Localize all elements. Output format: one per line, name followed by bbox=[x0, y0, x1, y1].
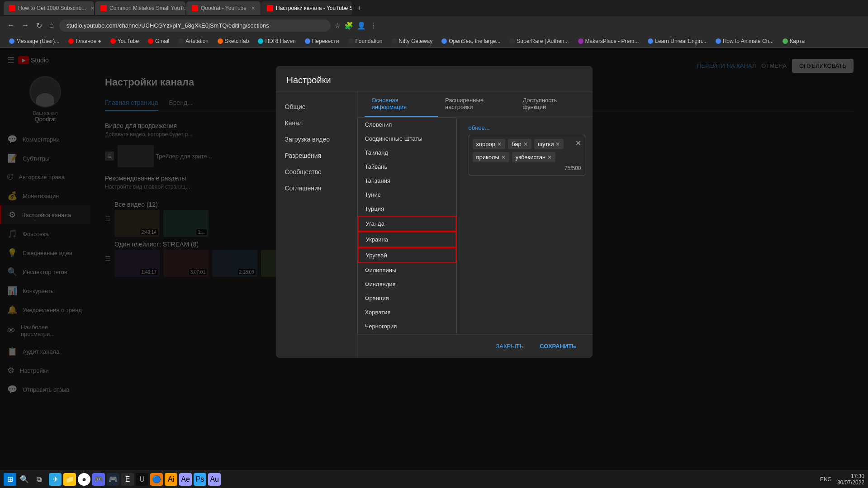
new-tab-button[interactable]: + bbox=[353, 2, 365, 14]
modal-nav-general[interactable]: Общие bbox=[276, 99, 357, 115]
tag-close-uzbekistan[interactable]: ✕ bbox=[547, 154, 552, 161]
back-button[interactable]: ← bbox=[5, 19, 16, 31]
country-item-finland[interactable]: Финляндия bbox=[358, 277, 456, 291]
bookmark-favicon bbox=[218, 38, 223, 44]
tab-2-favicon bbox=[100, 5, 107, 11]
bookmark-makersplace[interactable]: MakersPlace - Prem... bbox=[574, 37, 643, 45]
country-item-uganda[interactable]: Уганда bbox=[358, 216, 456, 232]
bookmark-opensea[interactable]: OpenSea, the large... bbox=[438, 37, 504, 45]
tab-3-close[interactable]: ✕ bbox=[251, 5, 255, 11]
taskbar-right: ENG 17:30 30/07/2022 bbox=[820, 473, 864, 486]
bookmark-nifty[interactable]: Nifty Gateway bbox=[388, 37, 436, 45]
modal-nav-channel[interactable]: Канал bbox=[276, 115, 357, 131]
taskbar-steam[interactable]: 🎮 bbox=[107, 473, 119, 486]
menu-icon[interactable]: ⋮ bbox=[370, 21, 377, 30]
reload-button[interactable]: ↻ bbox=[34, 19, 44, 32]
extension-icon[interactable]: 🧩 bbox=[344, 21, 353, 30]
taskbar-files[interactable]: 📁 bbox=[63, 473, 76, 486]
forward-button[interactable]: → bbox=[20, 19, 31, 31]
bookmark-message[interactable]: Message (User)... bbox=[5, 37, 63, 45]
tag-uzbekistan: узбекистан ✕ bbox=[512, 152, 556, 162]
modal-tab-basic[interactable]: Основная информация bbox=[365, 91, 438, 117]
bookmark-hdri[interactable]: HDRI Haven bbox=[254, 37, 299, 45]
tab-3[interactable]: Qoodrat - YouTube ✕ bbox=[186, 1, 261, 15]
modal-tab-features[interactable]: Доступность функций bbox=[515, 91, 585, 117]
taskbar-blender[interactable]: 🔵 bbox=[150, 473, 163, 486]
tag-prikolы: приколы ✕ bbox=[473, 152, 509, 162]
country-item-tanzania[interactable]: Танзания bbox=[358, 174, 456, 188]
modal-tab-advanced[interactable]: Расширенные настройки bbox=[438, 91, 515, 117]
country-item-montenegro[interactable]: Черногория bbox=[358, 319, 456, 333]
tag-label: узбекистан bbox=[516, 154, 546, 161]
modal-nav-community[interactable]: Сообщество bbox=[276, 164, 357, 180]
tag-jokes: шутки ✕ bbox=[534, 139, 564, 149]
modal-nav-permissions[interactable]: Разрешения bbox=[276, 147, 357, 164]
bookmark-favicon bbox=[783, 38, 788, 44]
tag-close-jokes[interactable]: ✕ bbox=[555, 141, 560, 147]
taskbar-epic[interactable]: E bbox=[121, 473, 134, 486]
profile-icon[interactable]: 👤 bbox=[357, 21, 366, 30]
tab-1[interactable]: How to Get 1000 Subscrib... ✕ bbox=[4, 1, 94, 15]
country-item-philippines[interactable]: Филиппины bbox=[358, 263, 456, 277]
windows-start-button[interactable]: ⊞ bbox=[4, 473, 16, 486]
country-item-ukraine[interactable]: Украина bbox=[358, 232, 456, 247]
bookmark-foundation[interactable]: Foundation bbox=[345, 37, 386, 45]
bookmark-animate[interactable]: How to Animate Ch... bbox=[712, 37, 778, 45]
tag-close-bar[interactable]: ✕ bbox=[523, 141, 528, 147]
bookmark-favicon bbox=[578, 38, 583, 44]
bookmark-artstation[interactable]: Artstation bbox=[175, 37, 212, 45]
taskbar-ue[interactable]: U bbox=[136, 473, 148, 486]
country-item-taiwan[interactable]: Тайвань bbox=[358, 160, 456, 174]
country-item-france[interactable]: Франция bbox=[358, 291, 456, 305]
home-button[interactable]: ⌂ bbox=[47, 19, 56, 31]
country-item-usa[interactable]: Соединенные Штаты bbox=[358, 132, 456, 146]
modal-nav-upload[interactable]: Загрузка видео bbox=[276, 131, 357, 147]
star-icon[interactable]: ☆ bbox=[334, 21, 341, 30]
bookmark-favicon bbox=[441, 38, 447, 44]
tags-clear-button[interactable]: ✕ bbox=[575, 139, 581, 147]
more-link[interactable]: обнее... bbox=[469, 124, 585, 131]
taskbar-au[interactable]: Au bbox=[208, 473, 221, 486]
country-item-turkey[interactable]: Турция bbox=[358, 202, 456, 216]
bookmark-favicon bbox=[392, 38, 397, 44]
taskbar-start: ⊞ 🔍 ⧉ bbox=[4, 473, 45, 486]
country-item-tunisia[interactable]: Тунис bbox=[358, 188, 456, 202]
tab-1-close[interactable]: ✕ bbox=[90, 5, 94, 11]
taskbar-discord[interactable]: 🎮 bbox=[92, 473, 105, 486]
tags-counter: 75/500 bbox=[473, 165, 581, 171]
tag-close-prikoly[interactable]: ✕ bbox=[501, 154, 506, 161]
bookmark-gmail[interactable]: Gmail bbox=[144, 37, 173, 45]
country-item-czech[interactable]: Чехия bbox=[358, 333, 456, 334]
bookmark-superrare[interactable]: SuperRare | Authen... bbox=[506, 37, 572, 45]
taskbar-telegram[interactable]: ✈ bbox=[49, 473, 62, 486]
search-taskbar-button[interactable]: 🔍 bbox=[18, 473, 31, 486]
close-modal-button[interactable]: ЗАКРЫТЬ bbox=[490, 340, 529, 352]
bookmark-favicon bbox=[68, 38, 74, 44]
taskbar-chrome[interactable]: ● bbox=[78, 473, 90, 486]
country-item-croatia[interactable]: Хорватия bbox=[358, 305, 456, 319]
bookmark-translate[interactable]: Перевести bbox=[301, 37, 343, 45]
tab-bar: How to Get 1000 Subscrib... ✕ Common Mis… bbox=[0, 0, 868, 16]
country-item-uruguay[interactable]: Уругвай bbox=[358, 247, 456, 263]
country-item-slovenia[interactable]: Словения bbox=[358, 118, 456, 132]
bookmark-maps[interactable]: Карты bbox=[779, 37, 809, 45]
bookmark-favicon bbox=[148, 38, 153, 44]
bookmark-favicon bbox=[716, 38, 721, 44]
taskbar-illustrator[interactable]: Ai bbox=[165, 473, 177, 486]
modal-nav-agreements[interactable]: Соглашения bbox=[276, 180, 357, 196]
taskview-button[interactable]: ⧉ bbox=[33, 473, 45, 486]
tab-4[interactable]: Настройки канала - YouTube St... ✕ bbox=[261, 1, 352, 15]
country-dropdown[interactable]: Словения Соединенные Штаты Таиланд Тайва… bbox=[357, 117, 457, 334]
bookmark-sketchfab[interactable]: Sketchfab bbox=[214, 37, 252, 45]
bookmark-youtube[interactable]: YouTube bbox=[107, 37, 142, 45]
taskbar-ae[interactable]: Ae bbox=[179, 473, 192, 486]
tab-2[interactable]: Common Mistakes Small YouTu... ✕ bbox=[95, 1, 185, 15]
bookmark-main[interactable]: Главное ● bbox=[65, 37, 104, 45]
country-item-thailand[interactable]: Таиланд bbox=[358, 146, 456, 160]
bookmark-unreal[interactable]: Learn Unreal Engin... bbox=[644, 37, 710, 45]
taskbar-ps[interactable]: Ps bbox=[194, 473, 206, 486]
tag-close-horror[interactable]: ✕ bbox=[497, 141, 502, 147]
bookmark-favicon bbox=[9, 38, 14, 44]
url-input[interactable] bbox=[59, 19, 331, 32]
save-modal-button[interactable]: СОХРАНИТЬ bbox=[534, 340, 581, 352]
